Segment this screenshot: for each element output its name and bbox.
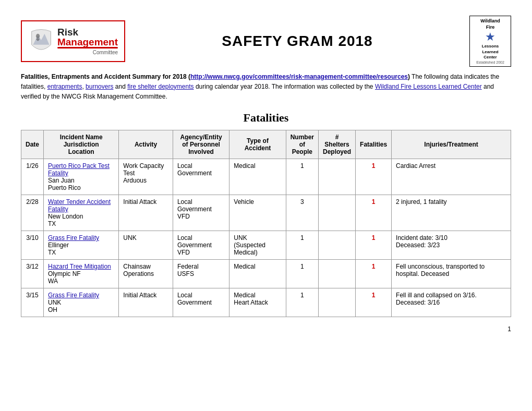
col-header-agency: Agency/Entityof PersonnelInvolved — [173, 130, 229, 159]
page-title: SAFETY GRAM 2018 — [125, 33, 469, 50]
fatalities-section-title: Fatalities — [21, 111, 511, 125]
cell-activity: Work Capacity TestArduous — [119, 159, 173, 195]
col-header-people: NumberofPeople — [286, 130, 318, 159]
incident-link[interactable]: Grass Fire Fatality — [48, 292, 99, 299]
col-header-date: Date — [21, 130, 44, 159]
intro-paragraph: Fatalities, Entrapments and Accident Sum… — [21, 72, 511, 102]
cell-fatalities: 1 — [356, 231, 392, 260]
cell-fatalities: 1 — [356, 288, 392, 317]
table-row: 2/28Water Tender Accident FatalityNew Lo… — [21, 195, 511, 231]
col-header-incident: Incident NameJurisdictionLocation — [44, 130, 119, 159]
col-header-fatalities: Fatalities — [356, 130, 392, 159]
logo-underline — [57, 47, 118, 49]
cell-injuries: Incident date: 3/10Deceased: 3/23 — [392, 231, 511, 260]
table-row: 3/10Grass Fire FatalityEllingerTXUNKLoca… — [21, 231, 511, 260]
page-footer: 1 — [21, 325, 511, 333]
management-label: Management — [57, 37, 118, 47]
svg-point-0 — [36, 34, 40, 39]
cell-people: 3 — [286, 195, 318, 231]
cell-incident: Grass Fire FatalityUNKOH — [44, 288, 119, 317]
cell-date: 2/28 — [21, 195, 44, 231]
cell-activity: Initial Attack — [119, 288, 173, 317]
cell-people: 1 — [286, 288, 318, 317]
wf-established: Established 2002 — [472, 61, 509, 64]
table-header-row: Date Incident NameJurisdictionLocation A… — [21, 130, 511, 159]
cell-activity: Initial Attack — [119, 195, 173, 231]
cell-people: 1 — [286, 231, 318, 260]
cell-shelters — [319, 159, 356, 195]
burnovers-link[interactable]: burnovers — [86, 83, 113, 90]
cell-fatalities: 1 — [356, 159, 392, 195]
intro-bold: Fatalities, Entrapments and Accident Sum… — [21, 73, 410, 80]
logo-visual: Risk Management Committee — [28, 27, 118, 55]
logo-box: Risk Management Committee — [21, 20, 125, 62]
cell-shelters — [319, 260, 356, 288]
cell-agency: Local GovernmentVFD — [173, 231, 229, 260]
cell-incident: Water Tender Accident FatalityNew London… — [44, 195, 119, 231]
wf-badge: Wildland Fire ★ Lessons Learned Center E… — [469, 16, 511, 67]
cell-incident: Puerto Rico Pack Test FatalitySan JuanPu… — [44, 159, 119, 195]
incident-link[interactable]: Puerto Rico Pack Test Fatality — [48, 162, 110, 177]
incident-link[interactable]: Hazard Tree Mitigation — [48, 263, 111, 270]
col-header-activity: Activity — [119, 130, 173, 159]
fatalities-table: Date Incident NameJurisdictionLocation A… — [21, 130, 511, 317]
table-row: 3/12Hazard Tree MitigationOlympic NFWACh… — [21, 260, 511, 288]
cell-date: 1/26 — [21, 159, 44, 195]
cell-incident: Hazard Tree MitigationOlympic NFWA — [44, 260, 119, 288]
col-header-shelters: #SheltersDeployed — [319, 130, 356, 159]
cell-agency: Local GovernmentVFD — [173, 195, 229, 231]
cell-injuries: Fell ill and collapsed on 3/16.Deceased:… — [392, 288, 511, 317]
page-header: Risk Management Committee SAFETY GRAM 20… — [21, 16, 511, 67]
incident-link[interactable]: Grass Fire Fatality — [48, 234, 99, 241]
cell-fatalities: 1 — [356, 195, 392, 231]
cell-people: 1 — [286, 260, 318, 288]
table-row: 1/26Puerto Rico Pack Test FatalitySan Ju… — [21, 159, 511, 195]
cell-shelters — [319, 231, 356, 260]
cell-date: 3/12 — [21, 260, 44, 288]
wfllc-link[interactable]: Wildland Fire Lessons Learned Center — [375, 83, 482, 90]
cell-injuries: Cardiac Arrest — [392, 159, 511, 195]
page-number: 1 — [507, 325, 511, 333]
entrapments-link[interactable]: entrapments — [47, 83, 82, 90]
cell-date: 3/15 — [21, 288, 44, 317]
cell-date: 3/10 — [21, 231, 44, 260]
logo-text-block: Risk Management Committee — [57, 27, 118, 55]
risk-label: Risk — [57, 27, 118, 37]
cell-type: Medical — [229, 159, 286, 195]
cell-shelters — [319, 288, 356, 317]
cell-agency: Local Government — [173, 159, 229, 195]
cell-activity: ChainsawOperations — [119, 260, 173, 288]
wf-badge-bottom: Lessons Learned Center — [472, 44, 509, 60]
col-header-type: Type ofAccident — [229, 130, 286, 159]
shield-icon — [28, 27, 54, 55]
cell-type: Medical — [229, 260, 286, 288]
cell-fatalities: 1 — [356, 260, 392, 288]
wf-star-icon: ★ — [472, 31, 509, 43]
cell-activity: UNK — [119, 231, 173, 260]
cell-type: MedicalHeart Attack — [229, 288, 286, 317]
cell-incident: Grass Fire FatalityEllingerTX — [44, 231, 119, 260]
cell-people: 1 — [286, 159, 318, 195]
intro-link[interactable]: http://www.nwcg.gov/committees/risk-mana… — [190, 73, 408, 80]
fire-shelter-link[interactable]: fire shelter deployments — [127, 83, 194, 90]
wf-badge-title: Wildland Fire — [472, 18, 509, 30]
committee-label: Committee — [57, 50, 118, 55]
cell-injuries: 2 injured, 1 fatality — [392, 195, 511, 231]
cell-type: UNK(Suspected Medical) — [229, 231, 286, 260]
cell-injuries: Fell unconscious, transported to hospita… — [392, 260, 511, 288]
cell-agency: Local Government — [173, 288, 229, 317]
col-header-injuries: Injuries/Treatment — [392, 130, 511, 159]
title-area: SAFETY GRAM 2018 — [125, 33, 469, 50]
incident-link[interactable]: Water Tender Accident Fatality — [48, 198, 111, 213]
cell-agency: FederalUSFS — [173, 260, 229, 288]
cell-shelters — [319, 195, 356, 231]
cell-type: Vehicle — [229, 195, 286, 231]
table-row: 3/15Grass Fire FatalityUNKOHInitial Atta… — [21, 288, 511, 317]
